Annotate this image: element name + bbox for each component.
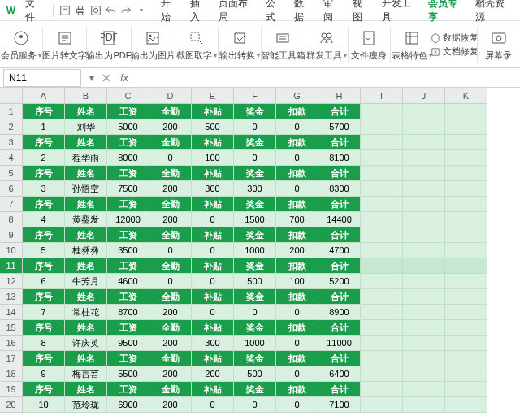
cell[interactable]: 工资 <box>107 289 150 305</box>
cell[interactable] <box>403 320 445 336</box>
cell[interactable]: 8100 <box>318 150 361 166</box>
cell[interactable] <box>403 135 445 150</box>
cell[interactable]: 1000 <box>234 336 276 351</box>
cell[interactable]: 500 <box>192 119 234 135</box>
cell[interactable]: 奖金 <box>234 197 276 212</box>
cell[interactable]: 范玲珑 <box>65 397 107 413</box>
cell[interactable]: 4600 <box>107 274 150 289</box>
cell[interactable] <box>361 382 403 397</box>
cell[interactable] <box>403 166 445 181</box>
cell[interactable]: 全勤 <box>150 166 192 181</box>
cell[interactable]: 补贴 <box>192 227 234 243</box>
cell[interactable]: 奖金 <box>234 258 276 274</box>
cell[interactable]: 6 <box>23 274 65 289</box>
tab-5[interactable]: 审阅 <box>318 0 346 27</box>
cancel-icon[interactable] <box>99 71 114 85</box>
cell[interactable]: 0 <box>276 150 318 166</box>
cell[interactable]: 2 <box>23 150 65 166</box>
cell[interactable]: 补贴 <box>192 289 234 305</box>
cell[interactable]: 1500 <box>234 212 276 227</box>
col-header[interactable]: A <box>23 88 65 104</box>
cell[interactable]: 12000 <box>107 212 150 227</box>
cell[interactable]: 工资 <box>107 320 150 336</box>
cell[interactable] <box>445 181 488 197</box>
cell[interactable]: 0 <box>276 181 318 197</box>
row-header[interactable]: 13 <box>0 289 23 305</box>
cell[interactable]: 9500 <box>107 336 150 351</box>
cell[interactable] <box>361 274 403 289</box>
cell[interactable] <box>445 351 488 366</box>
col-header[interactable]: D <box>150 88 192 104</box>
ribbon-文件瘦身[interactable]: 文件瘦身 <box>349 24 388 65</box>
cell[interactable]: 扣款 <box>276 197 318 212</box>
col-header[interactable]: F <box>234 88 276 104</box>
cell[interactable]: 序号 <box>23 197 65 212</box>
cell[interactable]: 序号 <box>23 382 65 397</box>
row-header[interactable]: 16 <box>0 336 23 351</box>
cell[interactable]: 0 <box>192 212 234 227</box>
cell[interactable]: 姓名 <box>65 197 107 212</box>
ribbon-群发工具[interactable]: 群发工具▾ <box>307 24 346 65</box>
cell[interactable]: 5500 <box>107 366 150 382</box>
cell[interactable] <box>403 104 445 119</box>
cell[interactable]: 姓名 <box>65 227 107 243</box>
cell[interactable]: 4 <box>23 212 65 227</box>
cell[interactable] <box>361 166 403 181</box>
ribbon-图片转文字[interactable]: 图片转文字 <box>45 24 85 65</box>
tab-0[interactable]: 开始 <box>156 0 184 27</box>
cell[interactable] <box>361 104 403 119</box>
ribbon-输出为PDF[interactable]: PDF输出为PDF <box>89 24 129 65</box>
cell[interactable]: 合计 <box>318 104 361 119</box>
cell[interactable]: 200 <box>276 243 318 258</box>
ribbon-输出转换[interactable]: 输出转换▾ <box>220 24 259 65</box>
cell[interactable]: 孙悟空 <box>65 181 107 197</box>
cell[interactable]: 扣款 <box>276 135 318 150</box>
row-header[interactable]: 9 <box>0 227 23 243</box>
cell[interactable]: 8900 <box>318 305 361 320</box>
tab-9[interactable]: 稻壳资源 <box>470 0 515 27</box>
cell[interactable]: 500 <box>234 366 276 382</box>
cell[interactable] <box>445 305 488 320</box>
menu-file[interactable]: 文件 <box>20 0 48 27</box>
row-header[interactable]: 5 <box>0 166 23 181</box>
cell[interactable]: 补贴 <box>192 258 234 274</box>
row-header[interactable]: 20 <box>0 397 23 413</box>
cell[interactable]: 序号 <box>23 289 65 305</box>
cell[interactable] <box>445 366 488 382</box>
cell[interactable] <box>361 351 403 366</box>
row-header[interactable]: 4 <box>0 150 23 166</box>
row-header[interactable]: 15 <box>0 320 23 336</box>
col-header[interactable]: C <box>107 88 150 104</box>
cell[interactable]: 0 <box>276 366 318 382</box>
cell[interactable]: 扣款 <box>276 382 318 397</box>
cell[interactable]: 0 <box>276 119 318 135</box>
cell[interactable]: 5700 <box>318 119 361 135</box>
cell[interactable]: 全勤 <box>150 351 192 366</box>
cell[interactable] <box>445 258 488 274</box>
cell[interactable] <box>445 135 488 150</box>
cell[interactable] <box>445 320 488 336</box>
row-header[interactable]: 6 <box>0 181 23 197</box>
tab-6[interactable]: 视图 <box>348 0 375 27</box>
tab-2[interactable]: 页面布局 <box>214 0 258 27</box>
cell[interactable]: 全勤 <box>150 227 192 243</box>
cell[interactable]: 0 <box>192 274 234 289</box>
cell[interactable] <box>361 258 403 274</box>
cell[interactable] <box>361 181 403 197</box>
cell[interactable] <box>361 305 403 320</box>
chevron-down-icon[interactable]: ▾ <box>136 4 148 17</box>
cell[interactable]: 合计 <box>318 166 361 181</box>
cell[interactable] <box>445 197 488 212</box>
cell[interactable] <box>361 119 403 135</box>
cell[interactable]: 许庆英 <box>65 336 107 351</box>
cell[interactable]: 3500 <box>107 243 150 258</box>
cell[interactable] <box>361 197 403 212</box>
cell[interactable]: 0 <box>192 397 234 413</box>
tab-4[interactable]: 数据 <box>289 0 317 27</box>
cell[interactable]: 500 <box>234 274 276 289</box>
cell[interactable]: 0 <box>192 243 234 258</box>
cell[interactable]: 0 <box>150 150 192 166</box>
cell[interactable]: 0 <box>234 397 276 413</box>
cell[interactable]: 200 <box>150 397 192 413</box>
cell[interactable]: 7500 <box>107 181 150 197</box>
